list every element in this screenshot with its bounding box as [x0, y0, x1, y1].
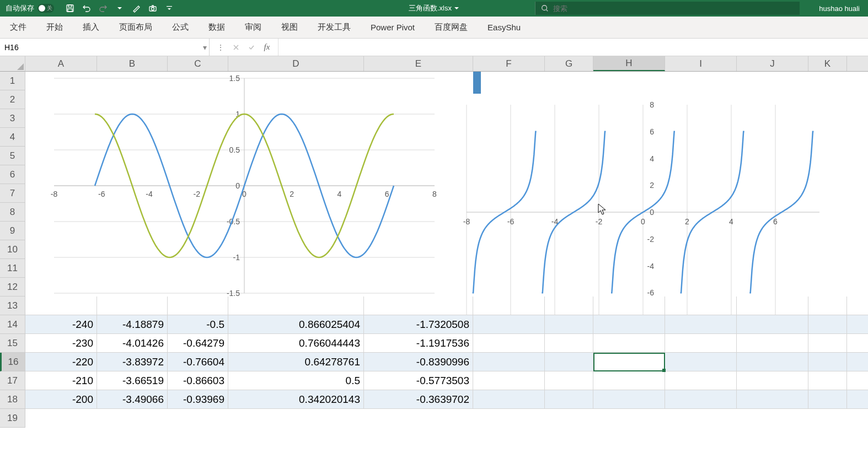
row-header-13[interactable]: 13 [0, 297, 25, 315]
cell[interactable]: -3.66519 [97, 371, 168, 390]
cell[interactable]: 0.64278761 [228, 353, 364, 371]
cell[interactable] [545, 315, 593, 333]
col-header-B[interactable]: B [97, 56, 168, 71]
row-header-17[interactable]: 17 [0, 371, 25, 390]
camera-icon[interactable] [146, 1, 160, 15]
row-header-2[interactable]: 2 [0, 90, 25, 109]
tab-审阅[interactable]: 审阅 [235, 17, 271, 38]
tab-插入[interactable]: 插入 [73, 17, 109, 38]
cell[interactable] [545, 353, 593, 371]
row-header-8[interactable]: 8 [0, 203, 25, 222]
table-row[interactable]: -220-3.83972-0.766040.64278761-0.8390996 [25, 353, 868, 371]
cell[interactable] [25, 297, 97, 315]
cell[interactable] [97, 297, 168, 315]
table-row[interactable]: -230-4.01426-0.642790.766044443-1.191753… [25, 334, 868, 353]
cell[interactable] [545, 371, 593, 390]
fx-icon[interactable]: fx [260, 41, 274, 54]
save-icon[interactable] [63, 1, 77, 15]
cell[interactable]: -0.8390996 [364, 353, 473, 371]
cell[interactable]: 0.5 [228, 371, 364, 390]
cell[interactable] [808, 297, 847, 315]
cell[interactable]: -1.1917536 [364, 334, 473, 352]
cell[interactable]: -0.5773503 [364, 371, 473, 390]
cell[interactable]: -1.7320508 [364, 315, 473, 333]
cell[interactable] [593, 390, 665, 408]
table-row[interactable]: -210-3.66519-0.866030.5-0.5773503 [25, 371, 868, 390]
redo-icon[interactable] [96, 1, 110, 15]
tab-开发工具[interactable]: 开发工具 [308, 17, 361, 38]
cell[interactable] [737, 371, 808, 390]
cell[interactable]: -200 [25, 390, 97, 408]
cell[interactable] [665, 315, 737, 333]
cell[interactable] [473, 315, 545, 333]
cell[interactable] [737, 390, 808, 408]
handle-icon[interactable]: ⋮ [214, 41, 227, 54]
tab-百度网盘[interactable]: 百度网盘 [425, 17, 478, 38]
row-header-6[interactable]: 6 [0, 165, 25, 184]
col-header-K[interactable]: K [808, 56, 847, 71]
col-header-G[interactable]: G [545, 56, 593, 71]
tab-开始[interactable]: 开始 [36, 17, 73, 38]
cell[interactable] [593, 334, 665, 352]
col-header-I[interactable]: I [665, 56, 737, 71]
autosave-toggle[interactable]: 关 [37, 4, 54, 13]
col-header-C[interactable]: C [168, 56, 228, 71]
cell[interactable] [168, 297, 228, 315]
cell[interactable] [808, 390, 847, 408]
cell[interactable] [665, 334, 737, 352]
tab-页面布局[interactable]: 页面布局 [109, 17, 162, 38]
cell[interactable] [737, 334, 808, 352]
cell[interactable] [593, 353, 665, 371]
brush-icon[interactable] [129, 1, 143, 15]
row-header-5[interactable]: 5 [0, 147, 25, 165]
cell[interactable] [545, 334, 593, 352]
cell[interactable]: -3.83972 [97, 353, 168, 371]
cell[interactable] [545, 390, 593, 408]
cell[interactable] [228, 297, 364, 315]
cell[interactable] [473, 353, 545, 371]
formula-input[interactable] [278, 39, 868, 56]
qat-more-icon[interactable] [162, 1, 176, 15]
select-all-corner[interactable] [0, 56, 25, 72]
cell[interactable] [473, 297, 545, 315]
cell[interactable] [808, 334, 847, 352]
row-header-4[interactable]: 4 [0, 128, 25, 147]
cell[interactable] [364, 297, 473, 315]
table-row[interactable] [25, 297, 868, 315]
row-header-19[interactable]: 19 [0, 409, 25, 428]
cell[interactable] [808, 371, 847, 390]
row-header-16[interactable]: 16 [0, 353, 25, 371]
cell[interactable]: -0.93969 [168, 390, 228, 408]
row-header-18[interactable]: 18 [0, 390, 25, 409]
cell[interactable]: -0.76604 [168, 353, 228, 371]
cell[interactable]: -240 [25, 315, 97, 333]
namebox-dropdown-icon[interactable]: ▾ [203, 43, 207, 52]
tab-视图[interactable]: 视图 [271, 17, 308, 38]
cell[interactable] [473, 390, 545, 408]
cell[interactable] [473, 334, 545, 352]
chart-sin-cos[interactable]: -8-6-4-202468-1.5-1-0.500.511.5 [32, 73, 446, 299]
cell[interactable] [808, 315, 847, 333]
cell[interactable] [737, 315, 808, 333]
row-header-12[interactable]: 12 [0, 278, 25, 297]
search-box[interactable] [535, 2, 800, 15]
tab-文件[interactable]: 文件 [0, 17, 36, 38]
cell[interactable] [665, 297, 737, 315]
chart-tan[interactable]: -8-6-4-20246-8-6-4-202468 [461, 99, 825, 325]
row-header-3[interactable]: 3 [0, 109, 25, 128]
row-header-1[interactable]: 1 [0, 72, 25, 90]
filename-dropdown-icon[interactable] [454, 6, 459, 11]
tab-Power Pivot[interactable]: Power Pivot [361, 17, 425, 38]
col-header-F[interactable]: F [473, 56, 545, 71]
row-header-15[interactable]: 15 [0, 334, 25, 353]
row-header-10[interactable]: 10 [0, 240, 25, 259]
cell[interactable] [593, 315, 665, 333]
cell[interactable]: -0.64279 [168, 334, 228, 352]
col-header-D[interactable]: D [228, 56, 364, 71]
cell[interactable]: -4.18879 [97, 315, 168, 333]
name-box[interactable]: H16 ▾ [0, 39, 210, 56]
row-header-14[interactable]: 14 [0, 315, 25, 334]
tab-EasyShu[interactable]: EasyShu [478, 17, 531, 38]
cell[interactable] [473, 371, 545, 390]
cell[interactable] [665, 371, 737, 390]
